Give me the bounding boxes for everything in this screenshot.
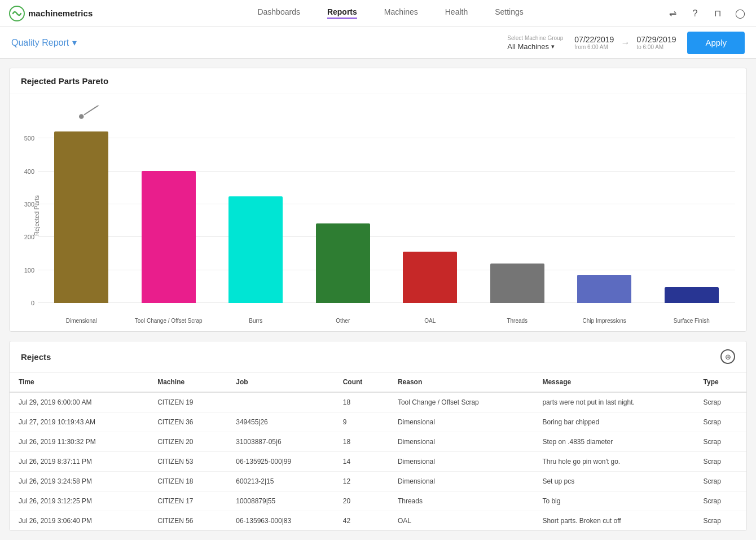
table-col-header: Message [533, 372, 694, 392]
bar-label: Chip Impressions [561, 317, 648, 324]
rejects-card: Rejects ⊕ TimeMachineJobCountReasonMessa… [9, 341, 747, 531]
bar [316, 223, 370, 303]
nav-health[interactable]: Health [445, 7, 468, 19]
table-row: Jul 26, 2019 3:24:58 PMCITIZEN 18600213-… [10, 472, 746, 491]
table-cell: 349455|26 [227, 412, 333, 432]
table-cell: 18 [334, 392, 389, 412]
y-tick-label: 0 [31, 300, 34, 306]
table-cell: Jul 26, 2019 11:30:32 PM [10, 432, 148, 452]
report-title-button[interactable]: Quality Report ▾ [11, 37, 77, 48]
table-cell: 06-135925-000|99 [227, 452, 333, 472]
table-col-header: Machine [148, 372, 227, 392]
y-tick-label: 300 [24, 201, 34, 208]
table-cell: Scrap [695, 452, 746, 472]
logo-text: machinemetrics [28, 8, 93, 18]
table-cell: Dimensional [389, 432, 534, 452]
table-col-header: Count [334, 372, 389, 392]
report-title-label: Quality Report [11, 38, 69, 48]
table-cell: CITIZEN 36 [148, 412, 227, 432]
table-cell: Scrap [695, 511, 746, 531]
help-icon[interactable]: ? [688, 7, 702, 20]
table-cell: Scrap [695, 392, 746, 412]
table-cell: Jul 26, 2019 3:12:25 PM [10, 491, 148, 511]
main-content: Rejected Parts Pareto Rejected Parts 500… [0, 59, 756, 540]
nav-dashboards[interactable]: Dashboards [257, 7, 300, 19]
table-cell: CITIZEN 18 [148, 472, 227, 491]
chart-container: Rejected Parts 5004003002001000 Dimensio… [38, 106, 735, 326]
bar [490, 264, 544, 303]
table-cell: Jul 26, 2019 3:24:58 PM [10, 472, 148, 491]
logo-prefix: machine [28, 8, 63, 18]
top-nav: machinemetrics Dashboards Reports Machin… [0, 0, 756, 27]
rejects-header: Rejects ⊕ [10, 341, 746, 372]
table-cell: 9 [334, 412, 389, 432]
bar-label: Threads [474, 317, 561, 324]
rejects-table-head: TimeMachineJobCountReasonMessageType [10, 372, 746, 392]
table-cell: CITIZEN 17 [148, 491, 227, 511]
table-cell: CITIZEN 20 [148, 432, 227, 452]
date-to-sub: to 6:00 AM [636, 44, 676, 50]
table-cell: Boring bar chipped [533, 412, 694, 432]
table-cell: Set up pcs [533, 472, 694, 491]
bar-label: Dimensional [38, 317, 125, 324]
download-icon[interactable]: ⊕ [720, 349, 735, 364]
table-cell: Threads [389, 491, 534, 511]
table-cell: 06-135963-000|83 [227, 511, 333, 531]
bar-col: OAL [386, 106, 474, 303]
table-col-header: Time [10, 372, 148, 392]
rejects-table: TimeMachineJobCountReasonMessageType Jul… [10, 372, 746, 530]
table-body: Jul 29, 2019 6:00:00 AMCITIZEN 1918Tool … [10, 392, 746, 530]
nav-icons: ⇌ ? ⊓ ◯ [666, 7, 747, 20]
date-range-arrow: → [621, 38, 630, 48]
table-cell: CITIZEN 56 [148, 511, 227, 531]
table-cell [227, 392, 333, 412]
lock-icon[interactable]: ⊓ [711, 7, 724, 20]
table-cell: 12 [334, 472, 389, 491]
bar [665, 287, 719, 303]
apply-button[interactable]: Apply [687, 32, 745, 54]
table-cell: Jul 27, 2019 10:19:43 AM [10, 412, 148, 432]
y-tick-label: 200 [24, 234, 34, 240]
machine-group-select[interactable]: Select Machine Group All Machines ▾ [507, 35, 563, 51]
table-header-row: TimeMachineJobCountReasonMessageType [10, 372, 746, 392]
machine-group-value[interactable]: All Machines ▾ [507, 42, 555, 51]
bar [403, 252, 457, 303]
table-row: Jul 26, 2019 8:37:11 PMCITIZEN 5306-1359… [10, 452, 746, 472]
table-cell: 10008879|55 [227, 491, 333, 511]
bar [142, 171, 196, 304]
table-cell: 20 [334, 491, 389, 511]
bar-col: Threads [474, 106, 561, 303]
bar-col: Other [300, 106, 387, 303]
table-cell: Dimensional [389, 472, 534, 491]
nav-machines[interactable]: Machines [384, 7, 418, 19]
table-col-header: Reason [389, 372, 534, 392]
bar-col: Tool Change / Offset Scrap [125, 106, 213, 303]
bar-label: Other [300, 317, 387, 324]
table-cell: Scrap [695, 491, 746, 511]
table-cell: Dimensional [389, 412, 534, 432]
y-tick-label: 100 [24, 267, 34, 274]
table-row: Jul 26, 2019 11:30:32 PMCITIZEN 20310038… [10, 432, 746, 452]
sub-header: Quality Report ▾ Select Machine Group Al… [0, 27, 756, 59]
table-cell: Jul 29, 2019 6:00:00 AM [10, 392, 148, 412]
nav-reports[interactable]: Reports [327, 7, 357, 19]
table-cell: 600213-2|15 [227, 472, 333, 491]
table-cell: CITIZEN 19 [148, 392, 227, 412]
shuffle-icon[interactable]: ⇌ [666, 7, 679, 20]
table-col-header: Job [227, 372, 333, 392]
user-icon[interactable]: ◯ [733, 7, 747, 20]
bars-container: DimensionalTool Change / Offset ScrapBur… [38, 106, 735, 303]
pareto-chart-title: Rejected Parts Pareto [21, 76, 108, 86]
table-cell: 14 [334, 452, 389, 472]
table-cell: Scrap [695, 412, 746, 432]
bar [577, 275, 631, 303]
table-cell: Jul 26, 2019 3:06:40 PM [10, 511, 148, 531]
table-cell: Tool Change / Offset Scrap [389, 392, 534, 412]
bar-col: Chip Impressions [561, 106, 648, 303]
bar-col: Dimensional [38, 106, 125, 303]
table-cell: To big [533, 491, 694, 511]
y-tick-label: 500 [24, 135, 34, 142]
pareto-chart-header: Rejected Parts Pareto [10, 68, 746, 94]
nav-settings[interactable]: Settings [495, 7, 524, 19]
table-cell: OAL [389, 511, 534, 531]
